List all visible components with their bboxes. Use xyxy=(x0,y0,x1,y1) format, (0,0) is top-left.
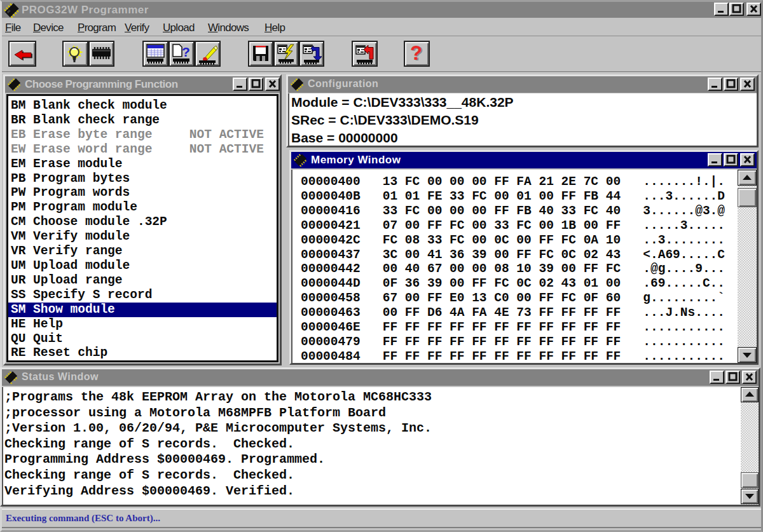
svg-text:?: ? xyxy=(410,43,422,64)
svg-text:?: ? xyxy=(182,44,190,59)
